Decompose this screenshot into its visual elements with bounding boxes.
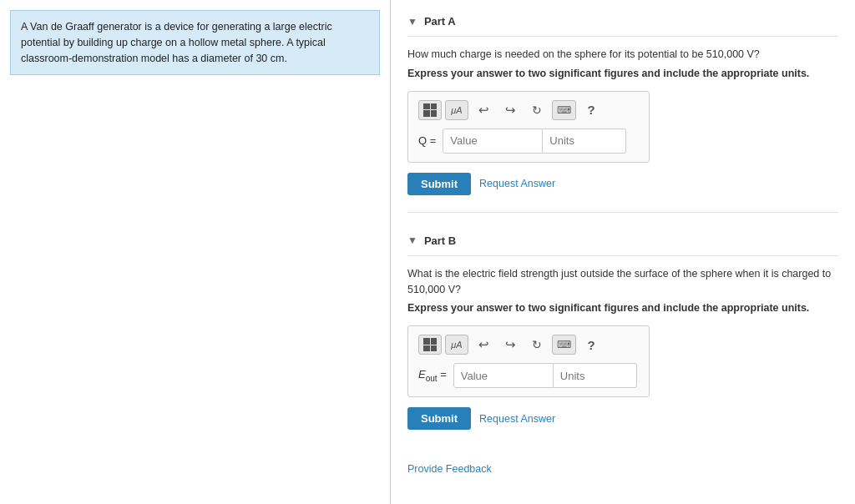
part-a-redo-btn[interactable]: ↪ [498,100,522,120]
part-a-instruction: Express your answer to two significant f… [407,68,838,79]
part-b-request-answer-link[interactable]: Request Answer [479,413,555,425]
part-b-collapse-arrow[interactable]: ▼ [407,234,417,246]
part-b-units-input[interactable] [554,363,637,388]
part-b-answer-container: μA ↩ ↪ ↻ ⌨ ? [407,325,650,397]
undo-icon: ↩ [478,103,489,118]
part-b-section: ▼ Part B What is the electric field stre… [407,228,838,431]
part-b-label: Eout = [418,368,447,383]
part-a-input-row: Q = [418,129,639,154]
part-a-request-answer-link[interactable]: Request Answer [479,178,555,189]
part-a-keyboard-btn[interactable]: ⌨ [552,100,576,120]
part-b-toolbar: μA ↩ ↪ ↻ ⌨ ? [418,335,639,355]
part-a-help-btn[interactable]: ? [579,100,603,120]
part-b-question: What is the electric field strength just… [407,266,838,298]
keyboard-icon-b: ⌨ [557,339,571,350]
context-box: A Van de Graaff generator is a device fo… [10,10,380,75]
part-b-instruction: Express your answer to two significant f… [407,302,838,314]
part-b-refresh-btn[interactable]: ↻ [525,335,549,355]
part-b-redo-btn[interactable]: ↪ [498,335,522,355]
redo-icon-b: ↪ [505,337,516,352]
part-a-label: Q = [418,134,436,147]
context-text: A Van de Graaff generator is a device fo… [21,21,332,64]
part-b-label-sub: out [426,374,438,383]
part-b-buttons-row: Submit Request Answer [407,407,838,430]
redo-icon: ↪ [505,103,516,118]
part-a-header: ▼ Part A [407,8,838,37]
refresh-icon-b: ↻ [532,338,542,351]
part-b-input-row: Eout = [418,363,639,388]
part-b-submit-button[interactable]: Submit [407,407,471,430]
mu-a-icon-b: μA [451,340,462,350]
undo-icon-b: ↩ [478,337,489,352]
right-panel: ▼ Part A How much charge is needed on th… [391,0,855,504]
grid-icon [423,103,437,117]
part-a-title: Part A [424,15,456,28]
part-b-label-main: E [418,368,426,381]
part-a-toolbar: μA ↩ ↪ ↻ ⌨ ? [418,100,639,120]
part-divider [407,212,838,213]
help-icon: ? [587,103,594,117]
part-a-section: ▼ Part A How much charge is needed on th… [407,8,838,195]
part-b-help-btn[interactable]: ? [579,335,603,355]
part-a-mu-btn[interactable]: μA [445,100,468,120]
part-a-buttons-row: Submit Request Answer [407,173,838,195]
part-b-keyboard-btn[interactable]: ⌨ [552,335,576,355]
grid-icon-b [423,338,437,351]
mu-a-icon: μA [451,105,462,115]
help-icon-b: ? [587,338,594,352]
refresh-icon: ↻ [532,103,542,117]
part-b-header: ▼ Part B [407,228,838,256]
part-a-collapse-arrow[interactable]: ▼ [407,16,417,28]
part-a-question: How much charge is needed on the sphere … [407,47,838,63]
part-a-value-input[interactable] [443,129,543,154]
part-b-title: Part B [424,234,456,247]
part-a-undo-btn[interactable]: ↩ [472,100,495,120]
part-b-undo-btn[interactable]: ↩ [472,335,495,355]
keyboard-icon: ⌨ [557,104,571,116]
part-a-refresh-btn[interactable]: ↻ [525,100,549,120]
part-b-value-input[interactable] [453,363,554,388]
part-b-mu-btn[interactable]: μA [445,335,468,355]
part-a-submit-button[interactable]: Submit [407,173,471,195]
part-b-grid-btn[interactable] [418,335,442,355]
part-a-grid-btn[interactable] [418,100,442,120]
part-a-answer-container: μA ↩ ↪ ↻ ⌨ ? Q = [407,91,650,163]
part-a-units-input[interactable] [543,129,626,154]
provide-feedback-link[interactable]: Provide Feedback [407,463,492,475]
left-panel: A Van de Graaff generator is a device fo… [0,0,391,504]
